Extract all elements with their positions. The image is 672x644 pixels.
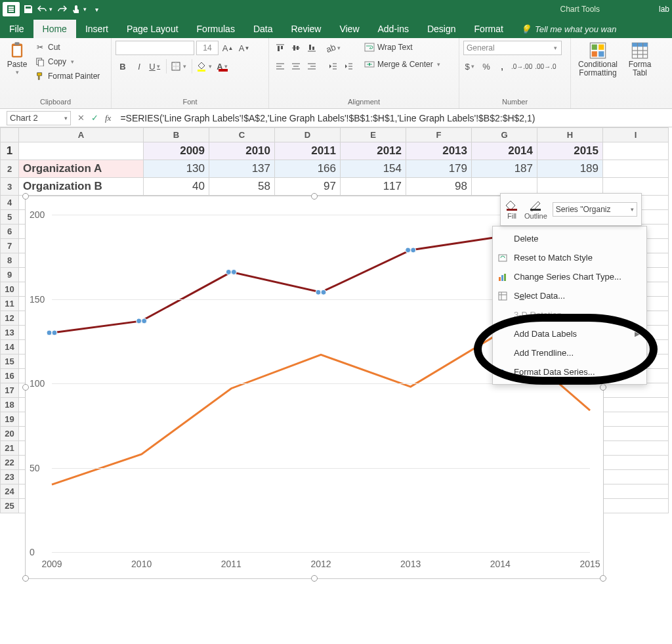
format-series-icon <box>497 366 509 378</box>
copy-icon <box>35 56 45 67</box>
align-middle-icon[interactable] <box>289 41 303 55</box>
comma-format-button[interactable]: , <box>495 59 509 74</box>
ctx-reset-style[interactable]: Reset to Match Style <box>493 248 646 267</box>
accept-formula-icon[interactable]: ✓ <box>91 113 98 123</box>
col-header[interactable]: A <box>19 128 144 142</box>
cell[interactable]: Organization B <box>19 178 144 196</box>
tab-design[interactable]: Design <box>418 20 465 38</box>
save-icon[interactable] <box>20 1 37 17</box>
group-number-label: Number <box>459 97 570 108</box>
tell-me-search[interactable]: 💡 Tell me what you wan <box>513 20 625 38</box>
increase-indent-icon[interactable] <box>341 59 356 74</box>
align-right-icon[interactable] <box>304 59 319 74</box>
undo-icon[interactable]: ▾ <box>37 1 54 17</box>
tab-addins[interactable]: Add-ins <box>369 20 418 38</box>
x-axis-tick: 2015 <box>579 559 600 569</box>
bold-button[interactable]: B <box>116 59 130 74</box>
qat-customize-icon[interactable]: ▾ <box>88 1 105 17</box>
col-header[interactable]: D <box>275 128 341 142</box>
cancel-formula-icon[interactable]: ✕ <box>77 113 85 123</box>
tab-view[interactable]: View <box>330 20 368 38</box>
percent-format-button[interactable]: % <box>479 59 494 74</box>
decrease-font-icon[interactable]: A▼ <box>237 41 251 55</box>
ctx-delete[interactable]: Delete <box>493 229 646 248</box>
svg-rect-15 <box>278 46 280 51</box>
resize-handle[interactable] <box>22 384 29 391</box>
orientation-button[interactable]: ab▾ <box>326 41 343 55</box>
increase-font-icon[interactable]: A▲ <box>220 41 235 55</box>
format-as-table-button[interactable]: Forma Tabl <box>623 41 656 77</box>
touch-mode-icon[interactable]: ▾ <box>71 1 88 17</box>
conditional-formatting-button[interactable]: Conditional Formatting <box>575 41 621 77</box>
tab-formulas[interactable]: Formulas <box>188 20 244 38</box>
number-format-selector[interactable]: General▾ <box>463 41 562 55</box>
resize-handle[interactable] <box>311 575 318 582</box>
svg-point-57 <box>316 290 321 295</box>
col-header[interactable]: B <box>144 128 209 142</box>
align-top-icon[interactable] <box>273 41 287 55</box>
row-header[interactable]: 1 <box>1 142 19 160</box>
name-box-value: Chart 2 <box>10 113 38 123</box>
ctx-add-data-labels[interactable]: Add Data Labels▶ <box>493 324 646 343</box>
resize-handle[interactable] <box>311 193 318 200</box>
col-header[interactable]: F <box>406 128 472 142</box>
name-box[interactable]: Chart 2▾ <box>7 111 71 125</box>
resize-handle[interactable] <box>22 575 29 582</box>
outline-button[interactable]: Outline <box>524 199 547 220</box>
select-all-corner[interactable] <box>1 128 19 142</box>
merge-icon <box>364 59 375 70</box>
merge-center-button[interactable]: Merge & Center▾ <box>362 58 444 71</box>
tab-insert[interactable]: Insert <box>76 20 117 38</box>
paintbrush-icon <box>35 71 45 81</box>
format-painter-button[interactable]: Format Painter <box>33 70 102 83</box>
redo-icon[interactable] <box>54 1 71 17</box>
col-header[interactable]: C <box>209 128 275 142</box>
ctx-change-chart-type[interactable]: Change Series Chart Type... <box>493 267 646 286</box>
formula-input[interactable]: =SERIES('Line Graph Labels'!$A$2,'Line G… <box>115 113 672 123</box>
tab-format[interactable]: Format <box>465 20 513 38</box>
resize-handle[interactable] <box>22 193 29 200</box>
align-left-icon[interactable] <box>273 59 287 74</box>
decrease-indent-icon[interactable] <box>326 59 340 74</box>
cut-button[interactable]: ✂Cut <box>33 41 102 54</box>
resize-handle[interactable] <box>600 575 606 582</box>
fill-color-button[interactable]: ▾ <box>196 59 214 74</box>
tab-pagelayout[interactable]: Page Layout <box>117 20 188 38</box>
cell[interactable]: Organization A <box>19 160 144 178</box>
borders-button[interactable]: ▾ <box>170 59 188 74</box>
col-header[interactable]: I <box>603 128 669 142</box>
font-color-button[interactable]: A▾ <box>216 59 230 74</box>
svg-rect-75 <box>501 370 503 376</box>
ctx-add-trendline[interactable]: Add Trendline... <box>493 343 646 362</box>
series-selector[interactable]: Series "Organiz▾ <box>553 202 637 217</box>
copy-button[interactable]: Copy▾ <box>33 55 102 68</box>
tab-data[interactable]: Data <box>244 20 282 38</box>
row-header[interactable]: 2 <box>1 160 19 178</box>
fx-icon[interactable]: fx <box>105 113 111 123</box>
tab-home[interactable]: Home <box>33 20 76 38</box>
merge-center-label: Merge & Center <box>377 60 433 69</box>
increase-decimal-button[interactable]: .0→.00 <box>511 59 533 74</box>
accounting-format-button[interactable]: $▾ <box>463 59 478 74</box>
align-center-icon[interactable] <box>289 59 303 74</box>
tab-review[interactable]: Review <box>282 20 331 38</box>
tab-file[interactable]: File <box>0 20 33 38</box>
align-bottom-icon[interactable] <box>304 41 319 55</box>
col-header[interactable]: E <box>341 128 406 142</box>
paste-button[interactable]: Paste ▾ <box>4 41 30 75</box>
resize-handle[interactable] <box>600 384 606 391</box>
ctx-select-data[interactable]: Select Data... <box>493 286 646 305</box>
worksheet-area: A B C D E F G H I 1 2009 2010 2011 2012 … <box>0 127 672 644</box>
underline-button[interactable]: U▾ <box>148 59 163 74</box>
group-clipboard-label: Clipboard <box>0 97 111 108</box>
col-header[interactable]: G <box>472 128 537 142</box>
font-name-selector[interactable] <box>116 41 194 55</box>
wrap-text-button[interactable]: Wrap Text <box>362 41 444 54</box>
row-header[interactable]: 3 <box>1 178 19 196</box>
italic-button[interactable]: I <box>132 59 146 74</box>
font-size-selector[interactable] <box>196 41 219 55</box>
fill-button[interactable]: Fill <box>505 199 519 220</box>
decrease-decimal-button[interactable]: .00→.0 <box>534 59 556 74</box>
col-header[interactable]: H <box>537 128 603 142</box>
ctx-format-data-series[interactable]: Format Data Series... <box>493 362 646 381</box>
